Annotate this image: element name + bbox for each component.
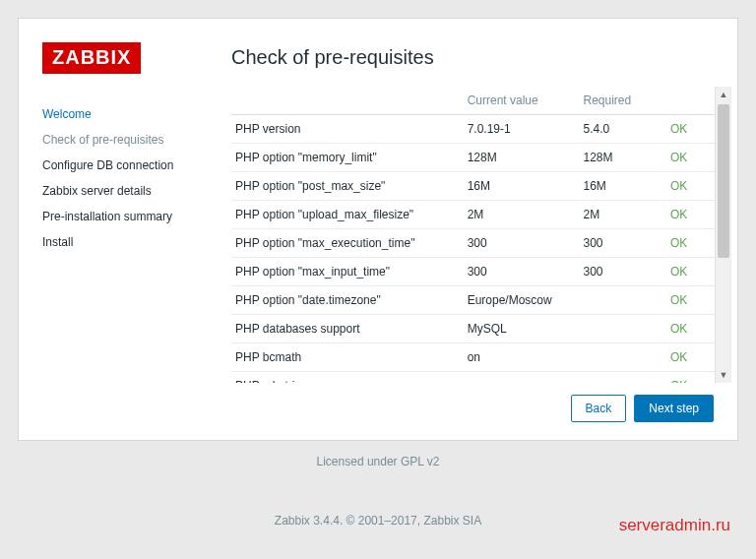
table-row: PHP option "date.timezone"Europe/MoscowO… [231, 286, 715, 315]
vertical-scrollbar[interactable]: ▲ ▼ [715, 87, 731, 383]
cell-status: OK [666, 286, 715, 315]
cell-current: on [464, 372, 580, 384]
left-column: ZABBIX WelcomeCheck of pre-requisitesCon… [42, 42, 212, 422]
cell-required: 300 [580, 258, 666, 286]
cell-status: OK [666, 115, 715, 144]
table-row: PHP option "post_max_size"16M16MOK [231, 172, 715, 201]
watermark: serveradmin.ru [619, 516, 730, 535]
wizard-step[interactable]: Install [42, 229, 212, 255]
cell-name: PHP option "memory_limit" [231, 144, 464, 172]
cell-name: PHP option "post_max_size" [231, 172, 464, 201]
cell-current: Europe/Moscow [464, 286, 580, 315]
cell-required: 16M [580, 172, 666, 201]
setup-card: ZABBIX WelcomeCheck of pre-requisitesCon… [18, 18, 738, 441]
cell-current: 2M [464, 201, 580, 229]
wizard-step[interactable]: Configure DB connection [42, 153, 212, 178]
wizard-step[interactable]: Check of pre-requisites [42, 127, 212, 153]
cell-status: OK [666, 315, 715, 343]
cell-current: MySQL [464, 315, 580, 343]
table-row: PHP databases supportMySQLOK [231, 315, 715, 343]
cell-status: OK [666, 343, 715, 372]
license-text: Licensed under GPL v2 [18, 455, 738, 468]
cell-required: 5.4.0 [580, 115, 666, 144]
cell-name: PHP option "max_input_time" [231, 258, 464, 286]
requisites-table: Current value Required PHP version7.0.19… [231, 87, 715, 383]
cell-required [580, 315, 666, 343]
wizard-step[interactable]: Pre-installation summary [42, 204, 212, 229]
table-row: PHP mbstringonOK [231, 372, 715, 384]
back-button[interactable]: Back [571, 395, 627, 422]
zabbix-logo: ZABBIX [42, 42, 141, 74]
wizard-step[interactable]: Welcome [42, 101, 212, 127]
cell-name: PHP option "date.timezone" [231, 286, 464, 315]
page-title: Check of pre-requisites [231, 46, 737, 69]
cell-required [580, 286, 666, 315]
table-row: PHP version7.0.19-15.4.0OK [231, 115, 715, 144]
scroll-up-icon[interactable]: ▲ [716, 87, 731, 102]
cell-required [580, 343, 666, 372]
card-body: ZABBIX WelcomeCheck of pre-requisitesCon… [42, 42, 737, 422]
cell-current: 16M [464, 172, 580, 201]
cell-current: 300 [464, 229, 580, 258]
table-row: PHP option "max_execution_time"300300OK [231, 229, 715, 258]
cell-name: PHP option "max_execution_time" [231, 229, 464, 258]
scroll-track[interactable] [716, 102, 731, 367]
col-name [231, 87, 464, 115]
right-column: Check of pre-requisites Current value Re… [212, 42, 737, 422]
wizard-step[interactable]: Zabbix server details [42, 178, 212, 204]
cell-status: OK [666, 172, 715, 201]
cell-name: PHP databases support [231, 315, 464, 343]
requisites-table-wrap: Current value Required PHP version7.0.19… [231, 87, 715, 383]
table-row: PHP option "upload_max_filesize"2M2MOK [231, 201, 715, 229]
table-row: PHP bcmathonOK [231, 343, 715, 372]
cell-status: OK [666, 201, 715, 229]
cell-current: 128M [464, 144, 580, 172]
cell-current: 7.0.19-1 [464, 115, 580, 144]
requisites-scroll-area: Current value Required PHP version7.0.19… [231, 87, 737, 383]
cell-name: PHP option "upload_max_filesize" [231, 201, 464, 229]
scroll-down-icon[interactable]: ▼ [716, 367, 731, 383]
cell-required: 300 [580, 229, 666, 258]
cell-required [580, 372, 666, 384]
cell-required: 2M [580, 201, 666, 229]
cell-status: OK [666, 258, 715, 286]
table-row: PHP option "max_input_time"300300OK [231, 258, 715, 286]
scroll-thumb[interactable] [718, 104, 729, 258]
col-current: Current value [464, 87, 580, 115]
next-step-button[interactable]: Next step [634, 395, 714, 422]
cell-name: PHP version [231, 115, 464, 144]
cell-status: OK [666, 229, 715, 258]
table-header-row: Current value Required [231, 87, 715, 115]
col-status [666, 87, 715, 115]
cell-status: OK [666, 372, 715, 384]
cell-name: PHP bcmath [231, 343, 464, 372]
cell-name: PHP mbstring [231, 372, 464, 384]
wizard-steps: WelcomeCheck of pre-requisitesConfigure … [42, 101, 212, 255]
cell-current: 300 [464, 258, 580, 286]
col-required: Required [580, 87, 666, 115]
table-row: PHP option "memory_limit"128M128MOK [231, 144, 715, 172]
wizard-buttons: Back Next step [231, 383, 737, 422]
cell-current: on [464, 343, 580, 372]
cell-status: OK [666, 144, 715, 172]
cell-required: 128M [580, 144, 666, 172]
